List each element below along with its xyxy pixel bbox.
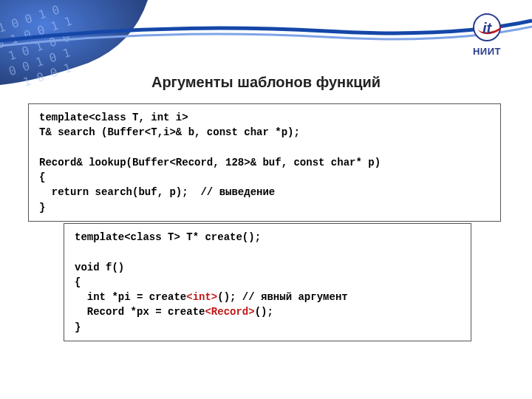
niit-logo: it НИИТ [473, 13, 501, 57]
slide-title: Аргументы шаблонов функций [0, 74, 532, 91]
code-block-2: template<class T> T* create(); void f() … [64, 223, 471, 341]
logo-circle-icon: it [473, 13, 501, 41]
logo-label: НИИТ [473, 46, 501, 57]
code-block-1: template<class T, int i> T& search (Buff… [28, 103, 501, 222]
logo-monogram: it [474, 20, 499, 37]
